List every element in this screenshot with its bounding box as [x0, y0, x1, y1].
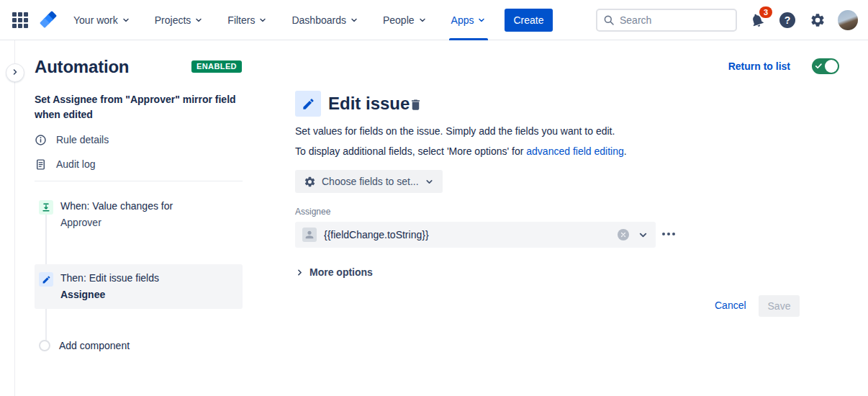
- page-title: Automation: [35, 57, 129, 77]
- search-input[interactable]: [620, 14, 730, 26]
- rule-name: Set Assignee from "Approver" mirror fiel…: [35, 92, 240, 122]
- component-when-trigger[interactable]: When: Value changes for Approver: [35, 199, 243, 230]
- pencil-icon: [39, 272, 53, 287]
- sidebar-item-label: Rule details: [56, 134, 109, 145]
- settings-button[interactable]: [808, 10, 828, 30]
- chevron-down-icon: [477, 16, 486, 24]
- return-to-list-link[interactable]: Return to list: [728, 60, 790, 72]
- jira-logo-icon[interactable]: [39, 11, 58, 30]
- nav-item-label: Projects: [155, 14, 191, 26]
- more-options-expander[interactable]: More options: [295, 266, 373, 278]
- trigger-icon: [39, 200, 53, 215]
- component-subtitle: Assignee: [60, 287, 243, 302]
- chevron-down-icon: [418, 16, 427, 24]
- assignee-select[interactable]: {{fieldChange.toString}}: [295, 222, 656, 248]
- check-icon: [815, 62, 823, 70]
- chevron-down-icon[interactable]: [638, 230, 648, 240]
- notification-count-badge: 3: [759, 6, 772, 18]
- toggle-knob: [825, 60, 838, 73]
- field-more-actions-button[interactable]: [658, 225, 679, 243]
- dot: [662, 233, 665, 235]
- gear-icon: [810, 12, 826, 28]
- user-avatar[interactable]: [838, 10, 858, 30]
- save-button[interactable]: Save: [759, 295, 800, 317]
- choose-fields-label: Choose fields to set...: [322, 176, 419, 187]
- info-icon: [35, 134, 47, 146]
- component-title: When: Value changes for: [60, 199, 243, 213]
- delete-action-button[interactable]: [407, 96, 423, 112]
- pencil-icon: [302, 97, 315, 111]
- chevron-down-icon: [122, 16, 130, 24]
- rule-enabled-toggle[interactable]: [812, 58, 839, 74]
- nav-item-label: Apps: [451, 14, 474, 26]
- top-navigation-bar: Your work Projects Filters Dashboards Pe…: [0, 0, 868, 40]
- sidebar-item-rule-details[interactable]: Rule details: [35, 132, 109, 147]
- nav-item-projects[interactable]: Projects: [155, 0, 204, 40]
- choose-fields-dropdown[interactable]: Choose fields to set...: [295, 170, 443, 193]
- sidebar-item-label: Audit log: [56, 158, 95, 170]
- topbar-right-group: 3 ?: [596, 9, 858, 32]
- add-component-circle-icon: [39, 340, 50, 351]
- assignee-field-label: Assignee: [295, 207, 330, 217]
- chevron-right-icon: [295, 268, 304, 277]
- panel-divider: [14, 40, 15, 396]
- add-component-button[interactable]: Add component: [35, 340, 130, 351]
- assignee-value: {{fieldChange.toString}}: [324, 229, 610, 240]
- action-description: Set values for fields on the issue. Simp…: [295, 125, 615, 137]
- svg-text:?: ?: [785, 14, 791, 26]
- collapse-panel-button[interactable]: [6, 63, 24, 82]
- action-title: Edit issue: [328, 94, 410, 114]
- sidebar-header: Automation ENABLED: [35, 57, 129, 77]
- description-period: .: [624, 145, 627, 157]
- chevron-down-icon: [194, 16, 203, 24]
- more-options-label: More options: [309, 266, 373, 278]
- edit-issue-icon: [295, 91, 321, 117]
- component-title: Then: Edit issue fields: [60, 271, 243, 285]
- gear-icon: [304, 176, 316, 188]
- chevron-down-icon: [350, 16, 358, 24]
- component-subtitle: Approver: [60, 215, 243, 230]
- document-icon: [35, 158, 47, 171]
- sidebar-item-audit-log[interactable]: Audit log: [35, 157, 95, 171]
- cancel-button[interactable]: Cancel: [715, 300, 746, 311]
- sidebar-divider: [35, 181, 243, 181]
- clear-value-icon[interactable]: [618, 229, 629, 240]
- create-button[interactable]: Create: [505, 9, 552, 32]
- chevron-right-icon: [11, 68, 19, 76]
- add-component-label: Add component: [59, 340, 130, 351]
- nav-item-apps[interactable]: Apps: [451, 0, 487, 40]
- nav-item-dashboards[interactable]: Dashboards: [291, 0, 358, 40]
- action-description-2: To display additional fields, select 'Mo…: [295, 145, 627, 157]
- nav-item-filters[interactable]: Filters: [227, 0, 267, 40]
- notifications-button[interactable]: 3: [747, 10, 767, 30]
- nav-item-label: Filters: [227, 14, 255, 26]
- nav-item-label: People: [383, 14, 415, 26]
- dot: [672, 233, 675, 235]
- component-then-action[interactable]: Then: Edit issue fields Assignee: [35, 264, 243, 309]
- search-icon: [603, 14, 615, 26]
- user-placeholder-icon: [302, 228, 317, 242]
- advanced-field-editing-link[interactable]: advanced field editing: [526, 145, 623, 157]
- search-box[interactable]: [596, 9, 737, 32]
- help-button[interactable]: ?: [777, 10, 797, 30]
- question-circle-icon: ?: [779, 12, 796, 29]
- nav-item-your-work[interactable]: Your work: [73, 0, 130, 40]
- nav-item-label: Dashboards: [291, 14, 346, 26]
- chevron-down-icon: [258, 16, 267, 24]
- main-nav: Your work Projects Filters Dashboards Pe…: [73, 0, 486, 40]
- chevron-down-icon: [425, 177, 434, 186]
- nav-item-people[interactable]: People: [383, 0, 427, 40]
- automation-rule-editor-page: Your work Projects Filters Dashboards Pe…: [0, 0, 868, 396]
- status-badge: ENABLED: [191, 60, 242, 73]
- nav-item-label: Your work: [73, 14, 118, 26]
- dot: [667, 233, 670, 235]
- description-text: To display additional fields, select 'Mo…: [295, 145, 526, 157]
- trash-icon: [409, 98, 422, 112]
- app-switcher-icon[interactable]: [12, 12, 29, 29]
